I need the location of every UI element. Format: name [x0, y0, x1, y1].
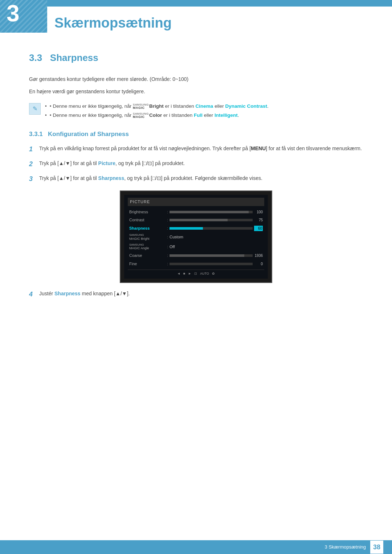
sharpness-bar: 60: [170, 226, 263, 231]
btn-power: ✿: [212, 271, 215, 276]
menu-item-magic-bright: SAMSUNG MAGIC Bright : Custom: [128, 233, 264, 241]
note-line-2: • Denne menu er ikke tilgængelig, når SA…: [45, 111, 269, 119]
note-lines: • Denne menu er ikke tilgængelig, når SA…: [45, 102, 269, 119]
menu-item-fine: Fine : 0: [128, 260, 264, 268]
contrast-label: Contrast: [129, 217, 166, 223]
magic-angle-value: Off: [170, 244, 175, 250]
step-3-number: 3: [29, 174, 39, 184]
step-2-number: 2: [29, 159, 39, 169]
subsection-number: 3.3.1: [29, 131, 43, 138]
step-1: 1 Tryk på en vilkårlig knap forrest på p…: [29, 144, 363, 154]
btn-right: ►: [188, 271, 191, 276]
sharpness-label: Sharpness: [129, 225, 166, 231]
menu-item-brightness: Brightness : 100: [128, 208, 264, 216]
btn-enter: ⊡: [194, 271, 197, 276]
magic-bright-label: SAMSUNG MAGIC Bright: [129, 233, 166, 241]
note-line-1: • Denne menu er ikke tilgængelig, når SA…: [45, 102, 269, 110]
step-4-number: 4: [29, 290, 39, 299]
footer-chapter-text: 3 Skærmopsætning: [325, 543, 366, 551]
btn-auto: AUTO: [200, 271, 209, 276]
dynamic-contrast-label: Dynamic Contrast: [225, 103, 267, 109]
footer: 3 Skærmopsætning 38: [0, 540, 392, 554]
monitor-header: PICTURE: [128, 198, 264, 206]
monitor-bottom-buttons: ◄ ■ ► ⊡ AUTO ✿: [128, 270, 264, 276]
samsung-magic-1: SAMSUNGMAGIC: [133, 103, 149, 110]
steps-list: 1 Tryk på en vilkårlig knap forrest på p…: [29, 144, 363, 299]
step-3: 3 Tryk på [▲/▼] for at gå til Sharpness,…: [29, 174, 363, 184]
cinema-label: Cinema: [196, 103, 213, 109]
footer-page-number: 38: [370, 541, 383, 554]
intelligent-label: Intelligent: [215, 112, 238, 118]
step-2-text: Tryk på [▲/▼] for at gå til Picture, og …: [39, 159, 363, 167]
contrast-bar: 75: [170, 217, 263, 223]
note-box: ✎ • Denne menu er ikke tilgængelig, når …: [29, 102, 363, 119]
description-1: Gør genstandes kontur tydeligere eller m…: [29, 75, 363, 83]
subsection-name: Konfiguration af Sharpness: [48, 131, 129, 138]
section-number: 3.3: [29, 52, 42, 63]
monitor-menu: Brightness : 100 Contrast : 75: [128, 208, 264, 267]
full-label: Full: [194, 112, 203, 118]
magic-bright-value: Custom: [170, 234, 183, 240]
step-4-text: Justér Sharpness med knappen [▲/▼].: [39, 290, 363, 297]
fine-label: Fine: [129, 261, 166, 267]
magic-angle-label: SAMSUNG MAGIC Angle: [129, 243, 166, 250]
chapter-number: 3: [7, 2, 20, 25]
monitor-inner: PICTURE Brightness : 100 Contrast: [124, 195, 268, 278]
note-icon: ✎: [29, 103, 41, 115]
coarse-bar: 1936: [170, 253, 263, 258]
samsung-magic-2: SAMSUNGMAGIC: [133, 112, 149, 119]
subsection-title: 3.3.1 Konfiguration af Sharpness: [29, 130, 363, 139]
menu-item-contrast: Contrast : 75: [128, 216, 264, 224]
step-4: 4 Justér Sharpness med knappen [▲/▼].: [29, 290, 363, 299]
chapter-header: 3 Skærmopsætning: [0, 0, 392, 33]
menu-item-sharpness: Sharpness : 60: [128, 225, 264, 232]
fine-bar: 0: [170, 261, 263, 267]
section-title: 3.3 Sharpness: [29, 51, 363, 65]
main-content: 3.3 Sharpness Gør genstandes kontur tyde…: [0, 33, 392, 333]
menu-item-magic-angle: SAMSUNG MAGIC Angle : Off: [128, 242, 264, 251]
menu-item-coarse: Coarse : 1936: [128, 252, 264, 259]
step-1-text: Tryk på en vilkårlig knap forrest på pro…: [39, 144, 363, 152]
step-1-number: 1: [29, 144, 39, 154]
monitor-screenshot: PICTURE Brightness : 100 Contrast: [120, 190, 272, 283]
brightness-label: Brightness: [129, 209, 166, 215]
step-3-text: Tryk på [▲/▼] for at gå til Sharpness, o…: [39, 174, 363, 182]
chapter-title: Skærmopsætning: [47, 7, 392, 33]
section-name: Sharpness: [50, 52, 98, 63]
coarse-label: Coarse: [129, 253, 166, 259]
btn-square: ■: [183, 271, 185, 276]
btn-left: ◄: [177, 271, 180, 276]
brightness-bar: 100: [170, 209, 263, 215]
step-2: 2 Tryk på [▲/▼] for at gå til Picture, o…: [29, 159, 363, 169]
description-2: En højere værdi gør genstandens kontur t…: [29, 87, 363, 95]
